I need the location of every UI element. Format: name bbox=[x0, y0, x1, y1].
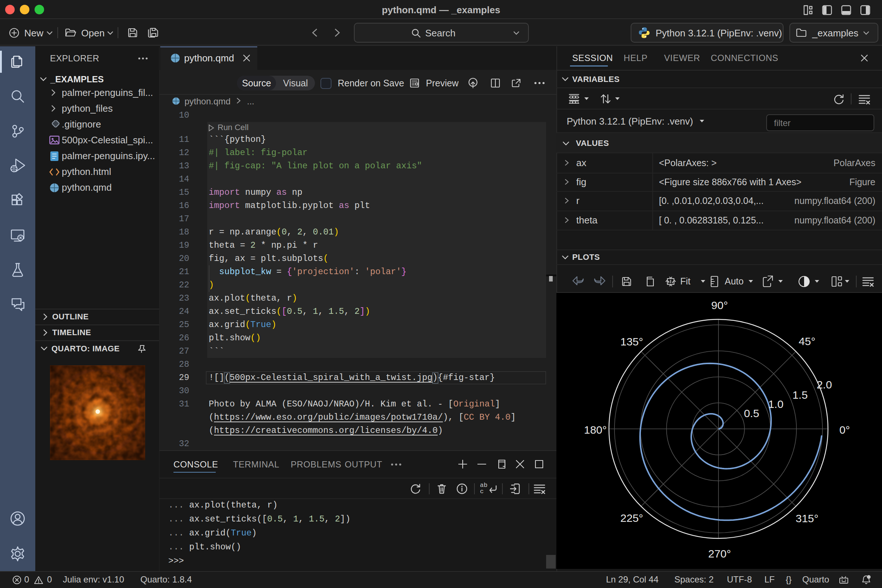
svg-text:90°: 90° bbox=[711, 299, 728, 311]
svg-text:2.0: 2.0 bbox=[817, 378, 832, 391]
svg-text:315°: 315° bbox=[796, 512, 818, 524]
svg-text:0.5: 0.5 bbox=[744, 407, 759, 419]
svg-text:1.0: 1.0 bbox=[768, 398, 783, 410]
svg-text:135°: 135° bbox=[620, 336, 643, 348]
svg-text:45°: 45° bbox=[799, 335, 815, 347]
svg-text:225°: 225° bbox=[620, 512, 643, 524]
svg-text:270°: 270° bbox=[708, 548, 731, 560]
svg-text:180°: 180° bbox=[584, 424, 607, 436]
svg-text:0°: 0° bbox=[839, 424, 850, 436]
svg-text:1.5: 1.5 bbox=[792, 389, 808, 401]
